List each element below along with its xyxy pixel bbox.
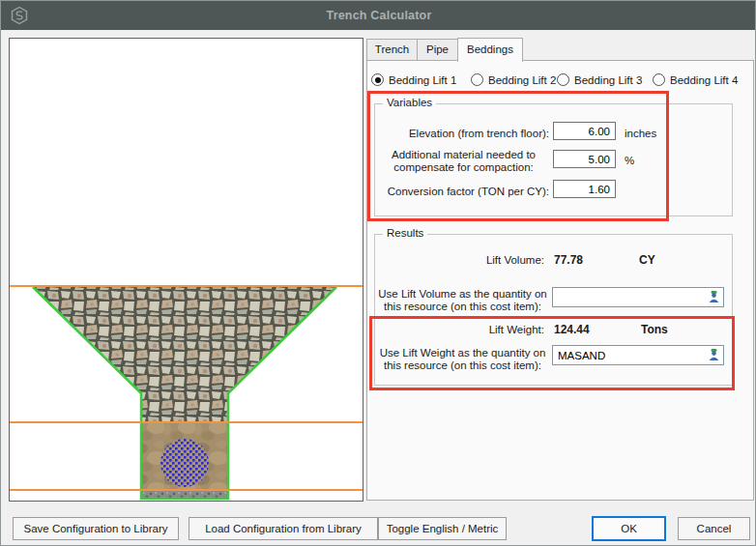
- results-group-label: Results: [383, 227, 427, 239]
- radio-bedding-lift-4[interactable]: Bedding Lift 4: [653, 73, 738, 86]
- lift-volume-resource-input[interactable]: [552, 287, 724, 307]
- conversion-factor-label: Conversion factor (TON per CY):: [375, 186, 549, 198]
- window-title: Trench Calculator: [1, 9, 756, 22]
- resource-person-icon[interactable]: [708, 348, 720, 363]
- tab-beddings-label: Beddings: [467, 43, 513, 55]
- elevation-label: Elevation (from trench floor):: [375, 128, 549, 140]
- variables-group: Variables Elevation (from trench floor):…: [374, 103, 733, 216]
- hexagon-logo-icon: [10, 6, 29, 27]
- ok-button[interactable]: OK: [592, 516, 666, 541]
- radio-bedding-lift-2-label: Bedding Lift 2: [488, 74, 556, 86]
- pipe-circle: [160, 439, 209, 487]
- elevation-unit-label: inches: [625, 128, 656, 139]
- lift-weight-resource-field: [552, 345, 724, 365]
- compaction-input[interactable]: [553, 150, 616, 168]
- compaction-label-line2: compensate for compaction:: [375, 161, 552, 174]
- compaction-label: Additional material needed to compensate…: [375, 149, 552, 174]
- lift-volume-unit: CY: [639, 253, 655, 267]
- trench-preview-panel: [9, 38, 363, 502]
- lift-weight-unit: Tons: [641, 323, 668, 336]
- use-lift-weight-label-line2: this resource (on this cost item):: [375, 359, 550, 372]
- trench-calculator-dialog: Trench Calculator: [0, 0, 756, 546]
- results-group: Results Lift Volume: 77.78 CY Use Lift V…: [374, 234, 733, 386]
- lift-weight-resource-input[interactable]: [552, 345, 724, 365]
- use-lift-weight-label: Use Lift Weight as the quantity on this …: [375, 347, 550, 372]
- toggle-english-metric-button[interactable]: Toggle English / Metric: [378, 517, 507, 540]
- radio-circle[interactable]: [557, 73, 569, 86]
- lift-weight-label: Lift Weight:: [375, 324, 544, 336]
- radio-bedding-lift-3[interactable]: Bedding Lift 3: [557, 73, 642, 86]
- lift-volume-label: Lift Volume:: [375, 254, 544, 267]
- use-lift-volume-label-line2: this resource (on this cost item):: [375, 301, 550, 313]
- radio-bedding-lift-4-label: Bedding Lift 4: [670, 74, 738, 86]
- cancel-button[interactable]: Cancel: [678, 517, 750, 540]
- trench-cross-section-diagram: [10, 39, 363, 501]
- tab-trench[interactable]: Trench: [366, 39, 418, 61]
- radio-bedding-lift-3-label: Bedding Lift 3: [574, 74, 642, 86]
- compaction-unit-label: %: [625, 155, 634, 166]
- save-configuration-button[interactable]: Save Configuration to Library: [13, 517, 179, 540]
- tab-trench-label: Trench: [375, 43, 409, 55]
- use-lift-weight-label-line1: Use Lift Weight as the quantity on: [375, 347, 550, 359]
- tab-beddings[interactable]: Beddings: [457, 38, 523, 62]
- lift-volume-value: 77.78: [554, 253, 583, 267]
- radio-bedding-lift-1-label: Bedding Lift 1: [389, 74, 456, 86]
- tab-pipe[interactable]: Pipe: [417, 39, 458, 61]
- compaction-label-line1: Additional material needed to: [375, 149, 552, 161]
- radio-bedding-lift-2[interactable]: Bedding Lift 2: [471, 73, 556, 86]
- radio-circle[interactable]: [371, 73, 384, 86]
- radio-circle[interactable]: [653, 73, 665, 86]
- radio-bedding-lift-1[interactable]: Bedding Lift 1: [371, 73, 456, 86]
- lift-volume-resource-field: [552, 287, 724, 307]
- resource-person-icon[interactable]: [708, 290, 720, 305]
- tab-pipe-label: Pipe: [426, 43, 449, 55]
- base-gravel-strip: [141, 490, 228, 499]
- variables-group-label: Variables: [383, 97, 436, 108]
- use-lift-volume-label-line1: Use Lift Volume as the quantity on: [375, 288, 550, 301]
- load-configuration-button[interactable]: Load Configuration from Library: [189, 517, 378, 540]
- radio-circle[interactable]: [471, 73, 483, 86]
- use-lift-volume-label: Use Lift Volume as the quantity on this …: [375, 288, 550, 313]
- beddings-tab-page: Bedding Lift 1 Bedding Lift 2 Bedding Li…: [366, 60, 754, 501]
- conversion-factor-input[interactable]: [553, 180, 616, 198]
- lift-weight-value: 124.44: [554, 323, 590, 336]
- elevation-input[interactable]: [553, 122, 616, 140]
- title-bar: Trench Calculator: [1, 1, 756, 30]
